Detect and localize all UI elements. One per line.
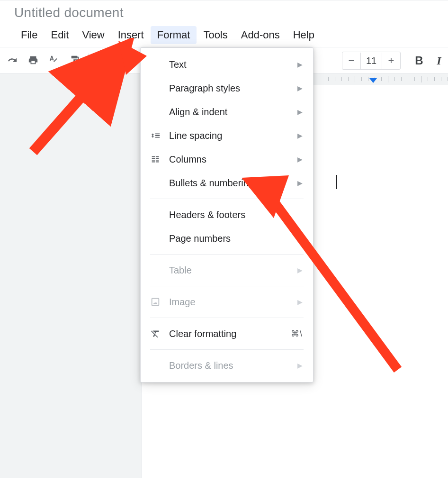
format-menu-headers-footers[interactable]: Headers & footers bbox=[141, 203, 313, 227]
submenu-arrow-icon: ▶ bbox=[297, 179, 303, 187]
format-menu-page-numbers[interactable]: Page numbers bbox=[141, 227, 313, 250]
italic-button[interactable]: I bbox=[432, 55, 446, 67]
menu-tools[interactable]: Tools bbox=[197, 26, 234, 44]
menu-separator bbox=[150, 254, 304, 255]
menu-add-ons[interactable]: Add-ons bbox=[234, 26, 287, 44]
format-menu-line-spacing[interactable]: Line spacing▶ bbox=[141, 124, 313, 147]
font-size-control: − 11 + bbox=[342, 52, 401, 70]
bold-button[interactable]: B bbox=[410, 54, 428, 67]
menu-item-label: Bullets & numbering bbox=[169, 178, 297, 189]
submenu-arrow-icon: ▶ bbox=[297, 108, 303, 116]
menu-item-label: Paragraph styles bbox=[169, 83, 297, 94]
font-size-value[interactable]: 11 bbox=[360, 53, 382, 69]
menu-item-label: Clear formatting bbox=[169, 328, 291, 339]
menu-help[interactable]: Help bbox=[287, 26, 321, 44]
submenu-arrow-icon: ▶ bbox=[297, 266, 303, 274]
menu-item-shortcut: ⌘\ bbox=[291, 328, 303, 339]
menu-file[interactable]: File bbox=[14, 26, 44, 44]
format-menu-align-indent[interactable]: Align & indent▶ bbox=[141, 100, 313, 124]
menu-item-label: Page numbers bbox=[169, 233, 303, 244]
submenu-arrow-icon: ▶ bbox=[297, 61, 303, 68]
format-menu-columns[interactable]: Columns▶ bbox=[141, 147, 313, 171]
format-menu-bullets-numbering[interactable]: Bullets & numbering▶ bbox=[141, 171, 313, 195]
format-menu-image: Image▶ bbox=[141, 290, 313, 314]
menu-format[interactable]: Format bbox=[151, 26, 197, 44]
submenu-arrow-icon: ▶ bbox=[297, 84, 303, 92]
submenu-arrow-icon: ▶ bbox=[297, 298, 303, 306]
menubar: FileEditViewInsertFormatToolsAdd-onsHelp bbox=[14, 23, 448, 47]
menu-insert[interactable]: Insert bbox=[111, 26, 151, 44]
menu-item-label: Line spacing bbox=[169, 130, 297, 141]
menu-separator bbox=[150, 286, 304, 286]
image-icon bbox=[150, 297, 169, 307]
submenu-arrow-icon: ▶ bbox=[297, 362, 303, 369]
format-menu-paragraph-styles[interactable]: Paragraph styles▶ bbox=[141, 76, 313, 100]
menu-item-label: Align & indent bbox=[169, 107, 297, 118]
font-size-decrease-button[interactable]: − bbox=[342, 53, 360, 69]
font-size-increase-button[interactable]: + bbox=[382, 53, 400, 69]
line-spacing-icon bbox=[150, 130, 169, 141]
redo-button[interactable] bbox=[2, 50, 23, 71]
menu-item-label: Columns bbox=[169, 154, 297, 165]
format-menu-text[interactable]: Text▶ bbox=[141, 53, 313, 76]
menu-separator bbox=[150, 349, 304, 350]
menu-separator bbox=[150, 318, 304, 318]
menu-edit[interactable]: Edit bbox=[44, 26, 75, 44]
submenu-arrow-icon: ▶ bbox=[297, 155, 303, 163]
spellcheck-button[interactable] bbox=[44, 50, 64, 71]
menu-item-label: Table bbox=[169, 265, 297, 276]
format-menu-table: Table▶ bbox=[141, 258, 313, 282]
text-cursor bbox=[336, 175, 337, 189]
ruler-indent-marker[interactable] bbox=[369, 78, 377, 83]
menu-separator bbox=[150, 199, 304, 199]
print-button[interactable] bbox=[23, 50, 44, 71]
menu-view[interactable]: View bbox=[75, 26, 111, 44]
format-menu-dropdown: Text▶Paragraph styles▶Align & indent▶Lin… bbox=[140, 47, 314, 383]
clear-format-icon bbox=[150, 328, 169, 339]
menu-item-label: Image bbox=[169, 297, 297, 308]
menu-item-label: Headers & footers bbox=[169, 210, 303, 220]
format-menu-borders-lines: Borders & lines▶ bbox=[141, 354, 313, 377]
document-title[interactable]: Untitled document bbox=[14, 5, 448, 23]
canvas-margin bbox=[0, 85, 142, 478]
format-menu-clear-formatting[interactable]: Clear formatting⌘\ bbox=[141, 322, 313, 346]
paint-format-button[interactable] bbox=[64, 50, 85, 71]
menu-item-label: Borders & lines bbox=[169, 360, 297, 371]
submenu-arrow-icon: ▶ bbox=[297, 132, 303, 139]
menu-item-label: Text bbox=[169, 59, 297, 70]
columns-icon bbox=[150, 154, 169, 164]
